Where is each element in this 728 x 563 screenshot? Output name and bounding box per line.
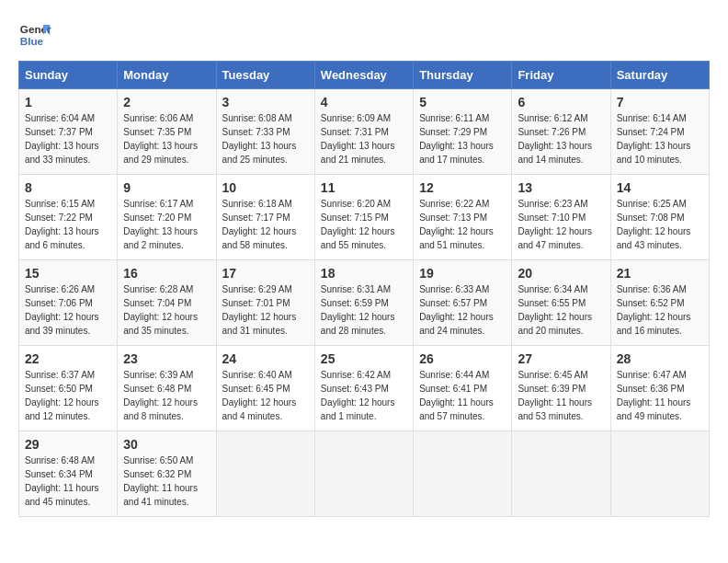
- day-info: Sunrise: 6:06 AMSunset: 7:35 PMDaylight:…: [123, 111, 210, 167]
- day-number: 25: [321, 351, 407, 366]
- calendar-table: SundayMondayTuesdayWednesdayThursdayFrid…: [18, 61, 710, 517]
- calendar-cell: [314, 431, 413, 517]
- day-number: 30: [123, 437, 210, 452]
- calendar-cell: 13Sunrise: 6:23 AMSunset: 7:10 PMDayligh…: [512, 175, 610, 260]
- calendar-week-row: 1Sunrise: 6:04 AMSunset: 7:37 PMDaylight…: [19, 89, 710, 175]
- day-info: Sunrise: 6:45 AMSunset: 6:39 PMDaylight:…: [518, 368, 604, 423]
- calendar-week-row: 8Sunrise: 6:15 AMSunset: 7:22 PMDaylight…: [19, 175, 710, 260]
- day-number: 5: [419, 95, 506, 109]
- day-info: Sunrise: 6:15 AMSunset: 7:22 PMDaylight:…: [25, 197, 111, 252]
- day-number: 21: [617, 266, 703, 281]
- calendar-cell: 18Sunrise: 6:31 AMSunset: 6:59 PMDayligh…: [314, 260, 413, 346]
- calendar-cell: 29Sunrise: 6:48 AMSunset: 6:34 PMDayligh…: [19, 431, 118, 517]
- day-info: Sunrise: 6:31 AMSunset: 6:59 PMDaylight:…: [321, 282, 407, 338]
- day-info: Sunrise: 6:12 AMSunset: 7:26 PMDaylight:…: [518, 111, 604, 167]
- calendar-cell: 6Sunrise: 6:12 AMSunset: 7:26 PMDaylight…: [512, 89, 610, 175]
- calendar-cell: 15Sunrise: 6:26 AMSunset: 7:06 PMDayligh…: [19, 260, 118, 346]
- day-number: 11: [321, 180, 407, 195]
- calendar-cell: 11Sunrise: 6:20 AMSunset: 7:15 PMDayligh…: [314, 175, 413, 260]
- calendar-cell: 20Sunrise: 6:34 AMSunset: 6:55 PMDayligh…: [512, 260, 610, 346]
- day-number: 16: [123, 266, 210, 281]
- day-info: Sunrise: 6:09 AMSunset: 7:31 PMDaylight:…: [321, 111, 407, 167]
- day-info: Sunrise: 6:44 AMSunset: 6:41 PMDaylight:…: [419, 368, 506, 423]
- calendar-cell: 19Sunrise: 6:33 AMSunset: 6:57 PMDayligh…: [414, 260, 512, 346]
- day-number: 28: [617, 351, 703, 366]
- day-number: 15: [25, 266, 111, 281]
- day-number: 12: [419, 180, 506, 195]
- day-info: Sunrise: 6:23 AMSunset: 7:10 PMDaylight:…: [518, 197, 604, 252]
- day-info: Sunrise: 6:11 AMSunset: 7:29 PMDaylight:…: [419, 111, 506, 167]
- calendar-cell: 3Sunrise: 6:08 AMSunset: 7:33 PMDaylight…: [216, 89, 314, 175]
- day-number: 3: [222, 95, 309, 109]
- day-number: 19: [419, 266, 506, 281]
- calendar-cell: 10Sunrise: 6:18 AMSunset: 7:17 PMDayligh…: [216, 175, 314, 260]
- day-info: Sunrise: 6:29 AMSunset: 7:01 PMDaylight:…: [222, 282, 309, 338]
- calendar-cell: 28Sunrise: 6:47 AMSunset: 6:36 PMDayligh…: [610, 346, 709, 431]
- calendar-week-row: 29Sunrise: 6:48 AMSunset: 6:34 PMDayligh…: [19, 431, 710, 517]
- calendar-cell: 9Sunrise: 6:17 AMSunset: 7:20 PMDaylight…: [118, 175, 216, 260]
- day-info: Sunrise: 6:25 AMSunset: 7:08 PMDaylight:…: [617, 197, 703, 252]
- day-number: 29: [25, 437, 111, 452]
- day-info: Sunrise: 6:14 AMSunset: 7:24 PMDaylight:…: [617, 111, 703, 167]
- calendar-cell: 12Sunrise: 6:22 AMSunset: 7:13 PMDayligh…: [414, 175, 512, 260]
- calendar-cell: 26Sunrise: 6:44 AMSunset: 6:41 PMDayligh…: [414, 346, 512, 431]
- svg-text:Blue: Blue: [20, 35, 44, 47]
- calendar-cell: 16Sunrise: 6:28 AMSunset: 7:04 PMDayligh…: [118, 260, 216, 346]
- weekday-header-row: SundayMondayTuesdayWednesdayThursdayFrid…: [19, 62, 710, 89]
- calendar-cell: 2Sunrise: 6:06 AMSunset: 7:35 PMDaylight…: [118, 89, 216, 175]
- day-info: Sunrise: 6:22 AMSunset: 7:13 PMDaylight:…: [419, 197, 506, 252]
- day-number: 10: [222, 180, 309, 195]
- day-info: Sunrise: 6:17 AMSunset: 7:20 PMDaylight:…: [123, 197, 210, 252]
- day-info: Sunrise: 6:26 AMSunset: 7:06 PMDaylight:…: [25, 282, 111, 338]
- calendar-cell: 4Sunrise: 6:09 AMSunset: 7:31 PMDaylight…: [314, 89, 413, 175]
- day-info: Sunrise: 6:39 AMSunset: 6:48 PMDaylight:…: [123, 368, 210, 423]
- day-number: 27: [518, 351, 604, 366]
- calendar-cell: 21Sunrise: 6:36 AMSunset: 6:52 PMDayligh…: [610, 260, 709, 346]
- page-header: General Blue: [18, 18, 710, 52]
- day-number: 24: [222, 351, 309, 366]
- day-info: Sunrise: 6:33 AMSunset: 6:57 PMDaylight:…: [419, 282, 506, 338]
- day-info: Sunrise: 6:42 AMSunset: 6:43 PMDaylight:…: [321, 368, 407, 423]
- day-number: 23: [123, 351, 210, 366]
- weekday-header-saturday: Saturday: [610, 62, 709, 89]
- day-number: 7: [617, 95, 703, 109]
- calendar-cell: 14Sunrise: 6:25 AMSunset: 7:08 PMDayligh…: [610, 175, 709, 260]
- calendar-cell: 5Sunrise: 6:11 AMSunset: 7:29 PMDaylight…: [414, 89, 512, 175]
- day-info: Sunrise: 6:47 AMSunset: 6:36 PMDaylight:…: [617, 368, 703, 423]
- day-info: Sunrise: 6:34 AMSunset: 6:55 PMDaylight:…: [518, 282, 604, 338]
- calendar-cell: 25Sunrise: 6:42 AMSunset: 6:43 PMDayligh…: [314, 346, 413, 431]
- day-number: 9: [123, 180, 210, 195]
- day-info: Sunrise: 6:08 AMSunset: 7:33 PMDaylight:…: [222, 111, 309, 167]
- day-number: 17: [222, 266, 309, 281]
- calendar-cell: 22Sunrise: 6:37 AMSunset: 6:50 PMDayligh…: [19, 346, 118, 431]
- calendar-cell: 30Sunrise: 6:50 AMSunset: 6:32 PMDayligh…: [118, 431, 216, 517]
- calendar-week-row: 15Sunrise: 6:26 AMSunset: 7:06 PMDayligh…: [19, 260, 710, 346]
- weekday-header-monday: Monday: [118, 62, 216, 89]
- day-info: Sunrise: 6:50 AMSunset: 6:32 PMDaylight:…: [123, 454, 210, 509]
- day-number: 22: [25, 351, 111, 366]
- logo-icon: General Blue: [18, 18, 51, 52]
- calendar-cell: [414, 431, 512, 517]
- calendar-cell: [610, 431, 709, 517]
- day-info: Sunrise: 6:36 AMSunset: 6:52 PMDaylight:…: [617, 282, 703, 338]
- calendar-cell: 1Sunrise: 6:04 AMSunset: 7:37 PMDaylight…: [19, 89, 118, 175]
- calendar-cell: [512, 431, 610, 517]
- day-info: Sunrise: 6:48 AMSunset: 6:34 PMDaylight:…: [25, 454, 111, 509]
- day-number: 4: [321, 95, 407, 109]
- day-number: 2: [123, 95, 210, 109]
- day-number: 6: [518, 95, 604, 109]
- calendar-cell: 24Sunrise: 6:40 AMSunset: 6:45 PMDayligh…: [216, 346, 314, 431]
- day-number: 26: [419, 351, 506, 366]
- day-info: Sunrise: 6:18 AMSunset: 7:17 PMDaylight:…: [222, 197, 309, 252]
- day-number: 18: [321, 266, 407, 281]
- day-info: Sunrise: 6:28 AMSunset: 7:04 PMDaylight:…: [123, 282, 210, 338]
- day-number: 1: [25, 95, 111, 109]
- calendar-cell: 7Sunrise: 6:14 AMSunset: 7:24 PMDaylight…: [610, 89, 709, 175]
- weekday-header-wednesday: Wednesday: [314, 62, 413, 89]
- weekday-header-tuesday: Tuesday: [216, 62, 314, 89]
- calendar-cell: 8Sunrise: 6:15 AMSunset: 7:22 PMDaylight…: [19, 175, 118, 260]
- weekday-header-friday: Friday: [512, 62, 610, 89]
- calendar-cell: 17Sunrise: 6:29 AMSunset: 7:01 PMDayligh…: [216, 260, 314, 346]
- day-number: 20: [518, 266, 604, 281]
- logo: General Blue: [18, 18, 59, 52]
